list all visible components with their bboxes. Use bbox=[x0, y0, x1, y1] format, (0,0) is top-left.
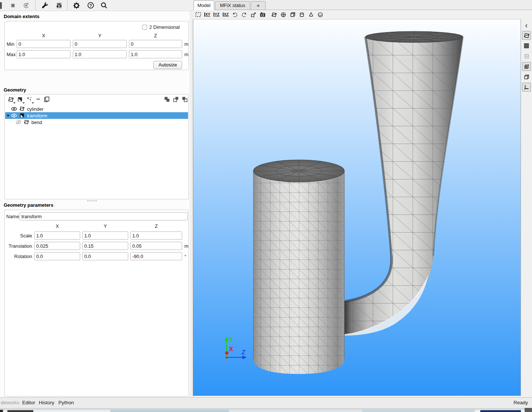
two-dimensional-label: 2 Dimensional bbox=[149, 24, 180, 30]
clipped-toolbar-icon bbox=[0, 2, 2, 9]
y-axis-arrow bbox=[225, 337, 228, 341]
reset-icon[interactable] bbox=[22, 1, 31, 10]
toggle-axes-icon[interactable] bbox=[522, 83, 531, 92]
history-button[interactable]: History bbox=[39, 400, 54, 405]
boolean-union-icon[interactable] bbox=[164, 96, 171, 104]
domain-extents-title: Domain extents bbox=[4, 14, 40, 19]
geometry-title: Geometry bbox=[4, 87, 26, 93]
min-x-input[interactable] bbox=[17, 40, 71, 48]
geometry-visibility-icon[interactable] bbox=[270, 11, 278, 18]
viewport-side-toolbar bbox=[521, 20, 532, 396]
eye-off-icon[interactable] bbox=[16, 119, 21, 125]
expander-icon[interactable] bbox=[7, 115, 10, 117]
search-icon[interactable] bbox=[99, 1, 108, 10]
toggle-regions-icon[interactable] bbox=[522, 52, 531, 61]
two-dimensional-checkbox[interactable] bbox=[142, 25, 147, 30]
viewport-toolbar: XY YZ XZ bbox=[193, 10, 521, 20]
fit-view-icon[interactable] bbox=[194, 11, 202, 18]
toggle-grid-icon[interactable] bbox=[522, 41, 531, 50]
tree-item-label: cylinder bbox=[27, 106, 44, 112]
orientation-axes-widget: Y Z X bbox=[225, 336, 247, 359]
tree-row-bend[interactable]: bend bbox=[5, 119, 188, 126]
remove-geometry-icon[interactable] bbox=[35, 96, 43, 104]
view-yz-button[interactable]: YZ bbox=[213, 11, 220, 18]
max-label: Max bbox=[7, 52, 16, 57]
viewport-tab-bar: Model MFiX status + bbox=[193, 0, 532, 10]
main-toolbar bbox=[0, 0, 192, 11]
nodeworks-button[interactable]: deworks bbox=[1, 400, 19, 405]
add-filter-icon[interactable] bbox=[17, 96, 24, 104]
toggle-mesh-cube-icon[interactable] bbox=[522, 62, 531, 71]
parameters-sliders-icon[interactable] bbox=[55, 1, 64, 10]
gp-col-x: X bbox=[34, 223, 80, 229]
toggle-geometry-icon[interactable] bbox=[522, 31, 531, 40]
tab-add[interactable]: + bbox=[251, 1, 266, 10]
min-z-input[interactable] bbox=[129, 40, 182, 48]
min-y-input[interactable] bbox=[73, 40, 127, 48]
eye-icon[interactable] bbox=[11, 113, 17, 119]
scale-label: Scale bbox=[5, 233, 32, 238]
translation-z-input[interactable] bbox=[130, 242, 182, 250]
bend-funnel-mesh bbox=[344, 31, 463, 336]
add-geometry-icon[interactable] bbox=[8, 96, 15, 104]
scale-x-input[interactable] bbox=[34, 231, 80, 240]
view-xz-button[interactable]: XZ bbox=[222, 11, 229, 18]
min-unit: m bbox=[184, 41, 188, 47]
settings-gear-icon[interactable] bbox=[72, 1, 81, 10]
rotate-ccw-icon[interactable] bbox=[231, 11, 239, 18]
domain-col-z: Z bbox=[129, 33, 182, 38]
max-x-input[interactable] bbox=[17, 50, 71, 58]
cylinder-primitive-icon[interactable] bbox=[298, 11, 306, 18]
autosize-button[interactable]: Autosize bbox=[153, 61, 182, 69]
max-z-input[interactable] bbox=[129, 50, 182, 58]
rotate-cw-icon[interactable] bbox=[241, 11, 248, 18]
scale-y-input[interactable] bbox=[82, 231, 128, 240]
x-axis-label: X bbox=[229, 346, 233, 352]
boolean-wand-icon[interactable] bbox=[26, 96, 34, 104]
max-y-input[interactable] bbox=[73, 50, 127, 58]
screenshot-camera-icon[interactable] bbox=[259, 11, 266, 18]
perspective-toggle-icon[interactable] bbox=[250, 11, 257, 18]
stop-icon[interactable] bbox=[8, 1, 17, 10]
copy-geometry-icon[interactable] bbox=[44, 96, 51, 104]
cube-primitive-icon[interactable] bbox=[289, 11, 296, 18]
toggle-cube-icon[interactable] bbox=[522, 72, 531, 81]
translation-unit: m bbox=[184, 243, 188, 249]
tree-item-label: transform bbox=[27, 113, 47, 119]
tab-mfix-status[interactable]: MFiX status bbox=[215, 1, 250, 10]
rotation-z-input[interactable] bbox=[130, 252, 182, 260]
mesh-geometry-icon bbox=[24, 119, 30, 125]
python-button[interactable]: Python bbox=[58, 400, 74, 405]
boolean-intersect-icon[interactable] bbox=[173, 96, 180, 104]
y-axis-label: Y bbox=[229, 336, 233, 343]
editor-button[interactable]: Editor bbox=[22, 400, 35, 405]
domain-col-x: X bbox=[17, 33, 71, 38]
geometry-box: cylinder transform bend bbox=[4, 94, 189, 199]
view-yz-label: YZ bbox=[214, 13, 219, 17]
translation-x-input[interactable] bbox=[34, 242, 80, 250]
regions-sphere-icon[interactable] bbox=[280, 11, 287, 18]
tab-model[interactable]: Model bbox=[194, 0, 214, 10]
scale-z-input[interactable] bbox=[130, 231, 182, 240]
panel-splitter-handle[interactable] bbox=[87, 200, 97, 201]
sphere-primitive-icon[interactable] bbox=[317, 11, 324, 18]
rotation-y-input[interactable] bbox=[82, 252, 128, 260]
geometry-parameters-box: Name X Y Z Scale Translation m Rotation … bbox=[4, 210, 189, 396]
filter-transform-icon bbox=[19, 113, 25, 119]
tree-row-transform[interactable]: transform bbox=[5, 112, 188, 119]
name-input[interactable] bbox=[20, 212, 188, 220]
boolean-difference-icon[interactable] bbox=[182, 96, 189, 104]
collapse-panel-chevron-icon[interactable] bbox=[522, 21, 531, 30]
cone-primitive-icon[interactable] bbox=[307, 11, 315, 18]
rotation-x-input[interactable] bbox=[34, 252, 80, 260]
translation-y-input[interactable] bbox=[82, 242, 128, 250]
tree-row-cylinder[interactable]: cylinder bbox=[5, 106, 188, 112]
eye-icon[interactable] bbox=[11, 106, 17, 112]
build-wrench-icon[interactable] bbox=[41, 1, 50, 10]
toolbar-separator bbox=[35, 1, 35, 10]
domain-col-y: Y bbox=[73, 33, 127, 38]
help-icon[interactable] bbox=[86, 1, 95, 10]
3d-viewport[interactable]: Y Z X bbox=[193, 20, 521, 396]
view-xy-button[interactable]: XY bbox=[204, 11, 211, 18]
z-axis-label: Z bbox=[241, 349, 246, 356]
